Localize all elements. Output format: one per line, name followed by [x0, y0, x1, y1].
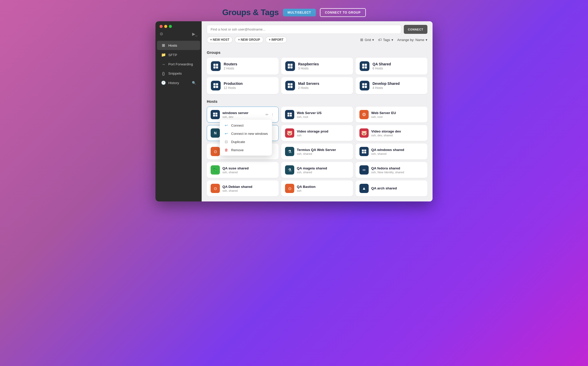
- group-card-mail-servers[interactable]: Mail Servers 2 Hosts: [281, 77, 353, 94]
- host-card-qa-bastion[interactable]: ⊙ QA Bastion ssh: [281, 180, 353, 196]
- context-duplicate[interactable]: ⊡ Duplicate: [220, 138, 272, 146]
- group-info-qa-shared: QA Shared 6 Hosts: [373, 62, 423, 70]
- svg-rect-11: [365, 66, 367, 68]
- host-icon-qa-debian-shared: ⊙: [211, 184, 220, 193]
- host-icon-termius-qa: ⚗: [285, 147, 294, 156]
- group-icon-develop-shared: [360, 81, 369, 90]
- host-info-windows-server: windows server ssh, dev: [222, 111, 262, 118]
- history-icon: 🕐: [161, 80, 166, 85]
- context-remove-label: Remove: [231, 148, 243, 152]
- connect-icon: ↩: [224, 123, 229, 127]
- group-count: 2 Hosts: [298, 86, 349, 90]
- group-card-develop-shared[interactable]: Develop Shared 4 Hosts: [356, 77, 427, 94]
- host-icon-video-storage-dev: 🐷: [359, 128, 369, 138]
- host-icon-web-server-us: [285, 110, 294, 119]
- host-tags: ssh, shared: [297, 152, 349, 155]
- sidebar-item-hosts[interactable]: ⊞ Hosts: [157, 41, 200, 50]
- sidebar-port-label: Port Forwarding: [168, 62, 196, 66]
- host-card-qa-debian-shared[interactable]: ⊙ QA Debian shared ssh, shared: [207, 180, 279, 196]
- host-name: QA mageia shared: [297, 166, 349, 170]
- host-card-qa-mageia-shared[interactable]: ⚗ QA mageia shared ssh, shared: [281, 162, 353, 178]
- svg-rect-12: [213, 83, 215, 85]
- import-button[interactable]: + IMPORT: [266, 36, 287, 43]
- host-card-qa-fedora-shared[interactable]: ∞ QA fedora shared ssh, New Identity, sh…: [356, 162, 427, 178]
- group-card-routers[interactable]: Routers 2 Hosts: [207, 58, 279, 75]
- group-info-production: Production 12 Hosts: [224, 82, 275, 90]
- host-card-qa-arch-shared[interactable]: ▲ QA arch shared: [356, 180, 427, 196]
- host-card-video-storage-prod[interactable]: 🐷 Video storage prod ssh: [281, 125, 353, 141]
- host-name: Video storage prod: [297, 129, 349, 133]
- svg-rect-0: [213, 64, 215, 66]
- svg-rect-29: [290, 113, 292, 115]
- host-icon-qa-fedora-shared: ∞: [359, 165, 369, 175]
- edit-button[interactable]: ✏: [265, 112, 269, 117]
- svg-rect-7: [290, 66, 292, 68]
- multiselect-button[interactable]: MULTISELECT: [283, 9, 316, 16]
- group-count: 2 Hosts: [224, 67, 275, 70]
- new-host-button[interactable]: + NEW HOST: [207, 36, 233, 43]
- host-icon-qa-mageia-shared: ⚗: [285, 165, 294, 175]
- host-card-windows-server[interactable]: windows server ssh, dev ✏ ⋮ ↩ Connect: [207, 107, 279, 123]
- maximize-button[interactable]: [169, 25, 172, 28]
- sidebar-item-history[interactable]: 🕐 History 🔍: [157, 78, 200, 87]
- host-icon-qa-suse-shared: 🦎: [211, 165, 220, 175]
- arrange-button[interactable]: Arrange by: Name ▾: [397, 38, 428, 42]
- host-card-web-server-eu[interactable]: ⚙ Web Server EU ssh, root: [356, 107, 427, 123]
- svg-rect-8: [362, 64, 364, 66]
- group-icon-production: [211, 81, 221, 90]
- context-connect[interactable]: ↩ Connect: [220, 121, 272, 129]
- toolbar-row: + NEW HOST + NEW GROUP + IMPORT ⊞ Grid ▾…: [202, 34, 433, 46]
- host-card-qa-suse-shared[interactable]: 🦎 QA suse shared ssh, shared: [207, 162, 279, 178]
- sidebar-item-port-forwarding[interactable]: → Port Forwarding: [157, 60, 200, 69]
- page-title: Groups & Tags: [222, 8, 279, 17]
- search-input[interactable]: [207, 25, 401, 34]
- search-icon[interactable]: 🔍: [192, 81, 196, 85]
- close-button[interactable]: [160, 25, 163, 28]
- traffic-lights: [155, 21, 202, 30]
- host-card-qa-windows-shared[interactable]: QA windows shared ssh, shared: [356, 144, 427, 159]
- sidebar-icons-row: ⚙ ▶_: [155, 30, 202, 39]
- svg-rect-1: [216, 64, 218, 66]
- minimize-button[interactable]: [164, 25, 167, 28]
- host-icon-virtual: N: [211, 128, 220, 138]
- host-card-termius-qa[interactable]: ⚗ Termius QA Web Server ssh, shared: [281, 144, 353, 159]
- grid-view-button[interactable]: ⊞ Grid ▾: [360, 38, 374, 42]
- tags-view-button[interactable]: 🏷 Tags ▾: [378, 38, 393, 42]
- host-info-qa-debian-shared: QA Debian shared ssh, shared: [222, 185, 275, 192]
- duplicate-icon: ⊡: [224, 140, 229, 144]
- more-button[interactable]: ⋮: [270, 112, 275, 117]
- context-remove[interactable]: 🗑 Remove: [220, 146, 272, 154]
- svg-rect-30: [288, 115, 290, 117]
- group-icon-routers: [211, 61, 221, 71]
- sidebar-nav: ⊞ Hosts 📁 SFTP → Port Forwarding {} Snip…: [155, 39, 202, 201]
- settings-icon[interactable]: ⚙: [160, 32, 163, 36]
- connect-button[interactable]: CONNECT: [404, 25, 427, 34]
- host-info-qa-suse-shared: QA suse shared ssh, shared: [222, 166, 275, 174]
- app-window: ⚙ ▶_ ⊞ Hosts 📁 SFTP → Port Forwarding {}…: [155, 21, 433, 201]
- host-tags: ssh, shared: [297, 171, 349, 174]
- new-group-button[interactable]: + NEW GROUP: [235, 36, 263, 43]
- host-name: QA windows shared: [371, 148, 424, 152]
- group-card-raspberries[interactable]: Raspberries 3 Hosts: [281, 58, 353, 75]
- group-card-qa-shared[interactable]: QA Shared 6 Hosts: [356, 58, 427, 75]
- group-name: Develop Shared: [373, 82, 423, 86]
- svg-rect-20: [362, 83, 364, 85]
- host-info-web-server-eu: Web Server EU ssh, root: [371, 111, 424, 118]
- svg-rect-9: [365, 64, 367, 66]
- sidebar-hosts-label: Hosts: [168, 44, 196, 47]
- context-connect-new-windows[interactable]: ↩ Connect in new windows: [220, 129, 272, 138]
- svg-rect-23: [365, 86, 367, 88]
- terminal-icon[interactable]: ▶_: [192, 32, 198, 36]
- sidebar-item-snippets[interactable]: {} Snippets: [157, 69, 200, 78]
- group-count: 3 Hosts: [298, 67, 349, 70]
- svg-rect-14: [213, 86, 215, 88]
- group-card-production[interactable]: Production 12 Hosts: [207, 77, 279, 94]
- host-card-web-server-us[interactable]: Web Server US ssh, root: [281, 107, 353, 123]
- connect-to-group-button[interactable]: CONNECT TO GROUP: [320, 8, 366, 17]
- host-card-video-storage-dev[interactable]: 🐷 Video storage dev ssh, dev, shared: [356, 125, 427, 141]
- sidebar-item-sftp[interactable]: 📁 SFTP: [157, 50, 200, 59]
- scroll-area[interactable]: Groups Routers 2 Hosts: [202, 46, 433, 201]
- arrange-chevron: ▾: [426, 38, 427, 42]
- svg-rect-13: [216, 83, 218, 85]
- group-name: Production: [224, 82, 275, 86]
